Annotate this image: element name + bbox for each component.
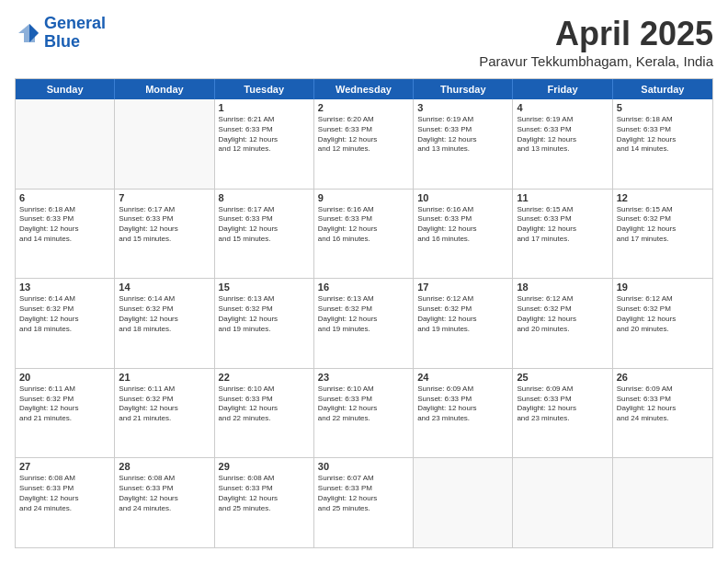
sunrise-text: Sunrise: 6:13 AM xyxy=(219,294,310,304)
daylight-text-1: Daylight: 12 hours xyxy=(219,135,310,145)
day-number: 16 xyxy=(318,282,409,293)
calendar-cell: 26Sunrise: 6:09 AMSunset: 6:33 PMDayligh… xyxy=(613,369,712,458)
logo-text: General Blue xyxy=(44,15,106,52)
daylight-text-1: Daylight: 12 hours xyxy=(219,404,310,414)
calendar-cell: 29Sunrise: 6:08 AMSunset: 6:33 PMDayligh… xyxy=(215,458,314,547)
sunset-text: Sunset: 6:32 PM xyxy=(119,395,210,405)
calendar-cell: 18Sunrise: 6:12 AMSunset: 6:32 PMDayligh… xyxy=(513,279,612,368)
sunset-text: Sunset: 6:32 PM xyxy=(119,304,210,315)
sunrise-text: Sunrise: 6:14 AM xyxy=(119,294,210,304)
sunset-text: Sunset: 6:33 PM xyxy=(318,484,409,494)
daylight-text-2: and 14 minutes. xyxy=(617,144,709,155)
logo-icon xyxy=(15,20,40,46)
subtitle: Paravur Tekkumbhagam, Kerala, India xyxy=(479,53,713,69)
sunrise-text: Sunrise: 6:19 AM xyxy=(417,115,508,125)
day-number: 25 xyxy=(517,372,608,383)
calendar-cell xyxy=(513,458,612,547)
calendar-cell: 30Sunrise: 6:07 AMSunset: 6:33 PMDayligh… xyxy=(314,458,414,547)
daylight-text-2: and 17 minutes. xyxy=(617,235,709,245)
day-number: 29 xyxy=(219,461,310,472)
daylight-text-1: Daylight: 12 hours xyxy=(119,404,210,414)
calendar-header-day: Sunday xyxy=(16,79,115,99)
calendar-cell: 6Sunrise: 6:18 AMSunset: 6:33 PMDaylight… xyxy=(16,190,115,279)
calendar-header-day: Wednesday xyxy=(314,79,414,99)
calendar-cell xyxy=(414,458,513,547)
calendar-cell: 25Sunrise: 6:09 AMSunset: 6:33 PMDayligh… xyxy=(513,369,612,458)
daylight-text-1: Daylight: 12 hours xyxy=(517,404,608,414)
day-number: 9 xyxy=(318,192,409,203)
daylight-text-1: Daylight: 12 hours xyxy=(617,315,709,325)
sunrise-text: Sunrise: 6:08 AM xyxy=(19,474,110,484)
calendar-cell: 20Sunrise: 6:11 AMSunset: 6:32 PMDayligh… xyxy=(16,369,115,458)
daylight-text-2: and 19 minutes. xyxy=(318,325,409,335)
day-number: 8 xyxy=(219,192,310,203)
daylight-text-2: and 12 minutes. xyxy=(219,144,310,155)
calendar-header-day: Friday xyxy=(513,79,612,99)
sunrise-text: Sunrise: 6:19 AM xyxy=(517,115,608,125)
day-number: 27 xyxy=(19,461,110,472)
day-number: 23 xyxy=(318,372,409,383)
day-number: 30 xyxy=(318,461,409,472)
sunset-text: Sunset: 6:33 PM xyxy=(219,395,310,405)
sunset-text: Sunset: 6:33 PM xyxy=(517,395,608,405)
calendar-cell: 13Sunrise: 6:14 AMSunset: 6:32 PMDayligh… xyxy=(16,279,115,368)
sunrise-text: Sunrise: 6:13 AM xyxy=(318,294,409,304)
daylight-text-2: and 20 minutes. xyxy=(517,325,608,335)
day-number: 20 xyxy=(19,372,110,383)
daylight-text-1: Daylight: 12 hours xyxy=(417,404,508,414)
sunrise-text: Sunrise: 6:16 AM xyxy=(318,205,409,215)
daylight-text-2: and 12 minutes. xyxy=(318,144,409,155)
sunset-text: Sunset: 6:32 PM xyxy=(517,304,608,315)
calendar-cell: 22Sunrise: 6:10 AMSunset: 6:33 PMDayligh… xyxy=(215,369,314,458)
sunrise-text: Sunrise: 6:17 AM xyxy=(119,205,210,215)
daylight-text-1: Daylight: 12 hours xyxy=(19,404,110,414)
daylight-text-1: Daylight: 12 hours xyxy=(617,404,709,414)
calendar-header-day: Thursday xyxy=(414,79,513,99)
calendar-cell: 7Sunrise: 6:17 AMSunset: 6:33 PMDaylight… xyxy=(115,190,214,279)
day-number: 18 xyxy=(517,282,608,293)
daylight-text-1: Daylight: 12 hours xyxy=(318,224,409,235)
day-number: 10 xyxy=(417,192,508,203)
calendar-cell: 23Sunrise: 6:10 AMSunset: 6:33 PMDayligh… xyxy=(314,369,414,458)
calendar-cell: 17Sunrise: 6:12 AMSunset: 6:32 PMDayligh… xyxy=(414,279,513,368)
daylight-text-2: and 18 minutes. xyxy=(119,325,210,335)
day-number: 21 xyxy=(119,372,210,383)
sunset-text: Sunset: 6:33 PM xyxy=(219,484,310,494)
sunset-text: Sunset: 6:33 PM xyxy=(517,125,608,135)
daylight-text-2: and 23 minutes. xyxy=(417,414,508,424)
daylight-text-2: and 19 minutes. xyxy=(417,325,508,335)
calendar-cell xyxy=(613,458,712,547)
day-number: 4 xyxy=(517,102,608,113)
calendar-cell: 21Sunrise: 6:11 AMSunset: 6:32 PMDayligh… xyxy=(115,369,214,458)
day-number: 19 xyxy=(617,282,709,293)
calendar-cell: 12Sunrise: 6:15 AMSunset: 6:32 PMDayligh… xyxy=(613,190,712,279)
daylight-text-2: and 23 minutes. xyxy=(517,414,608,424)
daylight-text-2: and 24 minutes. xyxy=(19,504,110,514)
daylight-text-1: Daylight: 12 hours xyxy=(517,224,608,235)
daylight-text-2: and 16 minutes. xyxy=(417,235,508,245)
sunset-text: Sunset: 6:33 PM xyxy=(417,395,508,405)
header: General Blue April 2025 Paravur Tekkumbh… xyxy=(15,15,713,69)
daylight-text-2: and 22 minutes. xyxy=(219,414,310,424)
calendar-cell: 28Sunrise: 6:08 AMSunset: 6:33 PMDayligh… xyxy=(115,458,214,547)
sunrise-text: Sunrise: 6:08 AM xyxy=(119,474,210,484)
calendar-row: 27Sunrise: 6:08 AMSunset: 6:33 PMDayligh… xyxy=(16,458,712,547)
sunrise-text: Sunrise: 6:12 AM xyxy=(417,294,508,304)
daylight-text-1: Daylight: 12 hours xyxy=(417,135,508,145)
calendar-row: 1Sunrise: 6:21 AMSunset: 6:33 PMDaylight… xyxy=(16,99,712,190)
sunset-text: Sunset: 6:33 PM xyxy=(19,484,110,494)
sunrise-text: Sunrise: 6:17 AM xyxy=(219,205,310,215)
day-number: 7 xyxy=(119,192,210,203)
sunrise-text: Sunrise: 6:11 AM xyxy=(19,385,110,395)
daylight-text-1: Daylight: 12 hours xyxy=(119,494,210,504)
sunset-text: Sunset: 6:33 PM xyxy=(119,214,210,224)
calendar-cell: 2Sunrise: 6:20 AMSunset: 6:33 PMDaylight… xyxy=(314,99,414,189)
daylight-text-2: and 21 minutes. xyxy=(119,414,210,424)
calendar-cell: 19Sunrise: 6:12 AMSunset: 6:32 PMDayligh… xyxy=(613,279,712,368)
calendar-cell xyxy=(16,99,115,189)
daylight-text-1: Daylight: 12 hours xyxy=(417,315,508,325)
calendar-cell: 24Sunrise: 6:09 AMSunset: 6:33 PMDayligh… xyxy=(414,369,513,458)
sunset-text: Sunset: 6:33 PM xyxy=(617,125,709,135)
calendar-cell: 8Sunrise: 6:17 AMSunset: 6:33 PMDaylight… xyxy=(215,190,314,279)
calendar-header-day: Monday xyxy=(115,79,214,99)
